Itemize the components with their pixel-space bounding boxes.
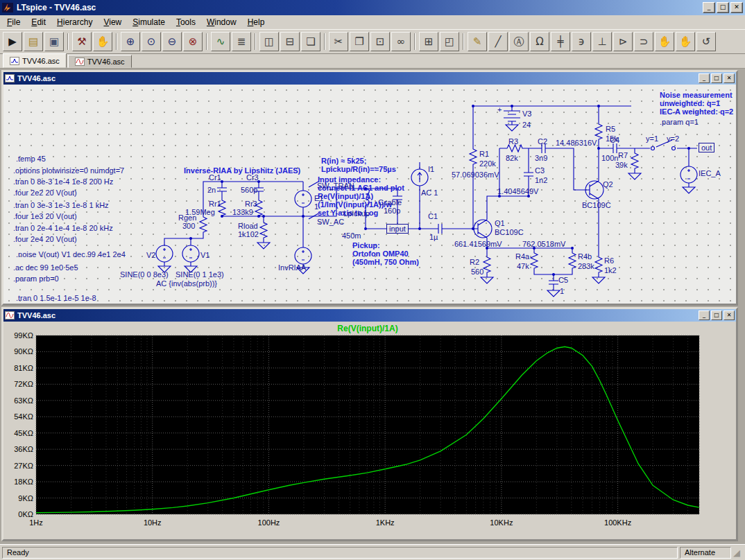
tab-waveform[interactable]: TVV46.asc [68, 55, 132, 68]
schematic-close-button[interactable]: ✕ [723, 73, 735, 83]
print-preview-button[interactable]: ◰ [440, 32, 459, 51]
source-e1[interactable] [295, 191, 311, 207]
waveform-restore-button[interactable]: □ [711, 310, 722, 320]
capacitor-c3[interactable] [524, 166, 533, 182]
close-button[interactable]: ✕ [730, 2, 743, 13]
resistor-r7[interactable] [631, 151, 638, 169]
diode-button[interactable]: ⊳ [613, 32, 633, 51]
copy-button[interactable]: ❐ [350, 32, 369, 51]
waveform-plot[interactable]: 0KΩ9KΩ18KΩ27KΩ36KΩ45KΩ54KΩ63KΩ72KΩ81KΩ90… [3, 322, 736, 539]
cascade-windows-button[interactable]: ❏ [301, 32, 320, 51]
menu-view[interactable]: View [98, 16, 127, 28]
resistor-button[interactable]: Ω [530, 32, 549, 51]
schematic-canvas[interactable]: .temp 45.options plotwinsize=0 numdgt=7.… [3, 85, 736, 304]
tile-horizontally-button[interactable]: ⊟ [280, 32, 300, 51]
resistor-rgen[interactable] [200, 215, 207, 233]
undo-button[interactable]: ↺ [696, 32, 716, 51]
resistor-r6[interactable] [595, 255, 602, 273]
resistor-r5[interactable] [595, 122, 602, 140]
run-button[interactable]: ▶ [3, 32, 22, 51]
capacitor-icon: ╪ [557, 37, 563, 47]
waveform-window-icon [5, 311, 15, 320]
zoom-back-button[interactable]: ⊙ [142, 32, 161, 51]
inductor-button[interactable]: ϶ [572, 32, 591, 51]
titlebar[interactable]: LTspice - TVV46.asc _ □ ✕ [0, 0, 745, 15]
inductor-lpickup[interactable] [366, 189, 369, 205]
y-tick-label: 36KΩ [14, 445, 33, 453]
capacitor-c1[interactable] [432, 224, 448, 234]
source-v1[interactable] [182, 245, 199, 262]
waveform-window-titlebar[interactable]: TVV46.asc _ □ ✕ [3, 309, 736, 322]
ltspice-app-icon [2, 3, 13, 12]
resistor-r3[interactable] [505, 145, 523, 152]
menu-window[interactable]: Window [201, 16, 242, 28]
waveform-close-button[interactable]: ✕ [723, 310, 735, 320]
resistor-r2[interactable] [483, 255, 490, 273]
schematic-minimize-button[interactable]: _ [699, 73, 710, 83]
halt-icon: ✋ [96, 37, 110, 47]
tile-vertically-button[interactable]: ◫ [259, 32, 279, 51]
resistor-rr1[interactable] [219, 198, 225, 216]
menu-edit[interactable]: Edit [26, 16, 51, 28]
save-button[interactable]: ▣ [44, 32, 64, 51]
resistor-r1[interactable] [470, 147, 477, 165]
menu-file[interactable]: File [1, 16, 26, 28]
drag-button[interactable]: ✋ [676, 32, 695, 51]
source-invriaa[interactable] [295, 247, 311, 264]
control-panel-button[interactable]: ⚒ [72, 32, 92, 51]
tile-horizontally-icon: ⊟ [286, 37, 295, 47]
waveform-canvas[interactable]: 0KΩ9KΩ18KΩ27KΩ36KΩ45KΩ54KΩ63KΩ72KΩ81KΩ90… [3, 322, 736, 539]
view-netlist-button[interactable]: ≣ [232, 32, 251, 51]
menu-simulate[interactable]: Simulate [127, 16, 171, 28]
ground-button[interactable]: ⊥ [592, 32, 612, 51]
cut-icon: ✂ [334, 37, 343, 47]
paste-button[interactable]: ⊡ [370, 32, 390, 51]
resistor-r4b[interactable] [569, 251, 576, 269]
component-button[interactable]: ⊃ [634, 32, 653, 51]
capacitor-cr1[interactable] [217, 182, 227, 198]
zoom-extents-icon: ⊗ [189, 37, 198, 47]
schematic-restore-button[interactable]: □ [711, 73, 722, 83]
source-i1[interactable] [411, 169, 428, 186]
capacitor-ccable[interactable] [393, 190, 402, 206]
schematic-window-titlebar[interactable]: TVV46.asc _ □ ✕ [3, 72, 736, 85]
capacitor-button[interactable]: ╪ [551, 32, 570, 51]
source-v2[interactable] [156, 245, 173, 262]
y-tick-label: 45KΩ [14, 429, 33, 437]
zoom-extents-button[interactable]: ⊗ [183, 32, 203, 51]
tab-label: TVV46.asc [87, 58, 125, 66]
save-icon: ▣ [49, 37, 59, 47]
view-waveform-button[interactable]: ∿ [211, 32, 230, 51]
move-button[interactable]: ✋ [655, 32, 674, 51]
resistor-rr3[interactable] [255, 198, 262, 216]
restore-button[interactable]: □ [717, 2, 729, 13]
menu-help[interactable]: Help [242, 16, 271, 28]
tab-schematic[interactable]: TVV46.asc [3, 53, 67, 68]
capacitor-c5[interactable] [549, 274, 558, 290]
trace-title[interactable]: Re(V(input)/1A) [337, 324, 397, 333]
draw-wire-button[interactable]: ╱ [488, 32, 508, 51]
tabbar: TVV46.asc TVV46.asc [0, 54, 745, 69]
capacitor-cr3[interactable] [254, 182, 264, 198]
resistor-r4a[interactable] [531, 251, 538, 269]
zoom-in-button[interactable]: ⊕ [121, 32, 140, 51]
cut-button[interactable]: ✂ [329, 32, 348, 51]
open-button[interactable]: ▤ [24, 32, 43, 51]
menu-hierarchy[interactable]: Hierarchy [51, 16, 98, 28]
halt-button[interactable]: ✋ [93, 32, 112, 51]
ground-icon [297, 268, 309, 274]
zoom-out-button[interactable]: ⊖ [162, 32, 182, 51]
find-button[interactable]: ∞ [391, 32, 411, 51]
waveform-minimize-button[interactable]: _ [699, 310, 710, 320]
resize-grip[interactable]: ◢ [733, 547, 743, 559]
source-iec-a[interactable] [680, 166, 697, 183]
minimize-button[interactable]: _ [703, 2, 715, 13]
capacitor-c2[interactable] [536, 143, 551, 153]
net-label-button[interactable]: Ⓐ [509, 32, 529, 51]
resistor-rload[interactable] [260, 220, 267, 238]
capacitor-c4[interactable] [607, 143, 623, 153]
menu-tools[interactable]: Tools [171, 16, 201, 28]
zoom-back-icon: ⊙ [147, 37, 156, 47]
pencil-button[interactable]: ✎ [468, 32, 487, 51]
print-button[interactable]: ⊞ [419, 32, 438, 51]
